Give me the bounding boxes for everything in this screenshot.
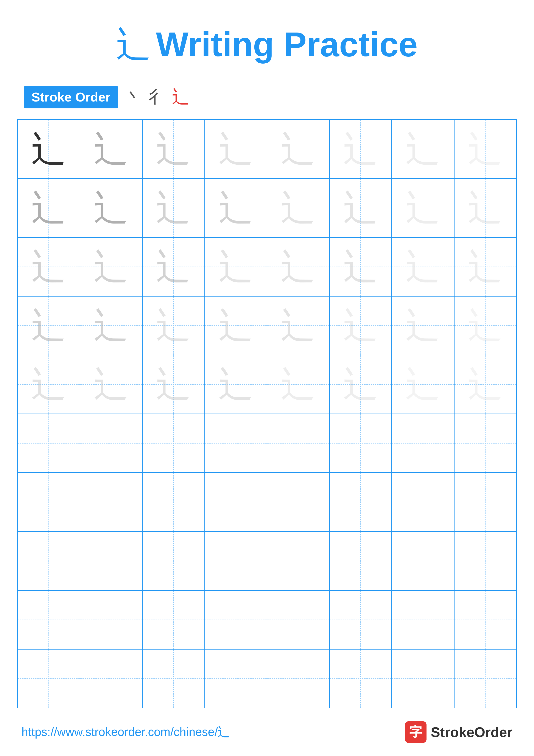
grid-row: 辶 辶 辶 辶 辶 辶 辶 辶 [18,297,516,355]
stroke-step-1: 丶 [125,85,142,109]
grid-row [18,473,516,532]
grid-cell[interactable] [205,532,267,590]
grid-cell[interactable] [267,473,330,531]
brand-char: 字 [409,723,422,741]
grid-cell[interactable] [205,650,267,708]
grid-cell[interactable] [142,532,205,590]
grid-cell[interactable] [330,532,392,590]
grid-cell[interactable]: 辶 [142,120,205,178]
grid-cell[interactable]: 辶 [267,238,330,296]
grid-cell[interactable] [18,650,80,708]
practice-char: 辶 [406,309,440,343]
grid-cell[interactable]: 辶 [18,179,80,237]
grid-cell[interactable] [330,650,392,708]
grid-cell[interactable]: 辶 [205,120,267,178]
grid-cell[interactable] [80,591,143,649]
grid-cell[interactable] [18,591,80,649]
practice-char: 辶 [94,309,128,343]
grid-cell[interactable] [330,591,392,649]
grid-cell[interactable] [18,473,80,531]
grid-cell[interactable]: 辶 [330,179,392,237]
grid-cell[interactable]: 辶 [392,179,454,237]
grid-cell[interactable]: 辶 [392,120,454,178]
grid-cell[interactable] [142,414,205,472]
grid-cell[interactable] [142,591,205,649]
grid-cell[interactable] [392,591,454,649]
grid-cell[interactable] [142,473,205,531]
grid-cell[interactable]: 辶 [454,238,516,296]
grid-cell[interactable]: 辶 [267,179,330,237]
practice-char: 辶 [32,250,66,284]
header: 辶 Writing Practice [17,21,517,68]
grid-cell[interactable] [392,650,454,708]
grid-cell[interactable] [205,591,267,649]
grid-cell[interactable]: 辶 [267,297,330,355]
grid-cell[interactable]: 辶 [205,355,267,414]
footer: https://www.strokeorder.com/chinese/辶 字 … [17,721,517,743]
grid-cell[interactable] [454,414,516,472]
grid-cell[interactable]: 辶 [142,355,205,414]
grid-cell[interactable] [392,473,454,531]
grid-cell[interactable]: 辶 [80,120,143,178]
page-title: Writing Practice [156,25,418,64]
grid-cell[interactable]: 辶 [18,355,80,414]
grid-cell[interactable] [205,414,267,472]
grid-cell[interactable] [80,532,143,590]
grid-cell[interactable] [267,414,330,472]
grid-cell[interactable]: 辶 [80,297,143,355]
grid-cell[interactable] [330,473,392,531]
grid-cell[interactable]: 辶 [392,238,454,296]
brand-icon: 字 [405,721,426,743]
grid-cell[interactable]: 辶 [330,238,392,296]
grid-cell[interactable] [267,650,330,708]
grid-cell[interactable]: 辶 [392,355,454,414]
grid-cell[interactable] [392,414,454,472]
grid-cell[interactable]: 辶 [18,297,80,355]
grid-cell[interactable] [454,532,516,590]
grid-cell[interactable] [80,650,143,708]
footer-url[interactable]: https://www.strokeorder.com/chinese/辶 [21,724,230,740]
practice-char: 辶 [468,367,502,402]
grid-cell[interactable]: 辶 [80,355,143,414]
practice-char: 辶 [32,367,66,402]
grid-cell[interactable]: 辶 [18,238,80,296]
practice-char: 辶 [406,367,440,402]
grid-cell[interactable]: 辶 [267,355,330,414]
practice-char: 辶 [32,132,66,166]
grid-cell[interactable] [330,414,392,472]
grid-cell[interactable]: 辶 [80,179,143,237]
grid-cell[interactable]: 辶 [142,179,205,237]
grid-cell[interactable] [267,532,330,590]
grid-cell[interactable]: 辶 [142,297,205,355]
grid-cell[interactable] [267,591,330,649]
grid-cell[interactable] [142,650,205,708]
grid-cell[interactable]: 辶 [454,179,516,237]
grid-cell[interactable]: 辶 [18,120,80,178]
grid-cell[interactable] [18,414,80,472]
grid-cell[interactable]: 辶 [454,355,516,414]
grid-cell[interactable]: 辶 [267,120,330,178]
grid-row [18,414,516,473]
grid-cell[interactable]: 辶 [80,238,143,296]
grid-cell[interactable]: 辶 [330,355,392,414]
grid-cell[interactable]: 辶 [142,238,205,296]
grid-cell[interactable]: 辶 [392,297,454,355]
grid-cell[interactable] [454,650,516,708]
grid-cell[interactable]: 辶 [454,297,516,355]
grid-cell[interactable] [392,532,454,590]
grid-cell[interactable]: 辶 [330,120,392,178]
grid-cell[interactable]: 辶 [205,238,267,296]
grid-cell[interactable]: 辶 [205,297,267,355]
practice-char: 辶 [406,250,440,284]
page: 辶 Writing Practice Stroke Order 丶 彳 辶 辶 … [0,0,534,756]
grid-cell[interactable]: 辶 [454,120,516,178]
grid-cell[interactable] [205,473,267,531]
grid-row: 辶 辶 辶 辶 辶 辶 辶 辶 [18,238,516,297]
grid-cell[interactable] [454,591,516,649]
grid-cell[interactable]: 辶 [205,179,267,237]
grid-cell[interactable] [80,473,143,531]
grid-cell[interactable] [454,473,516,531]
grid-cell[interactable]: 辶 [330,297,392,355]
grid-cell[interactable] [18,532,80,590]
grid-cell[interactable] [80,414,143,472]
